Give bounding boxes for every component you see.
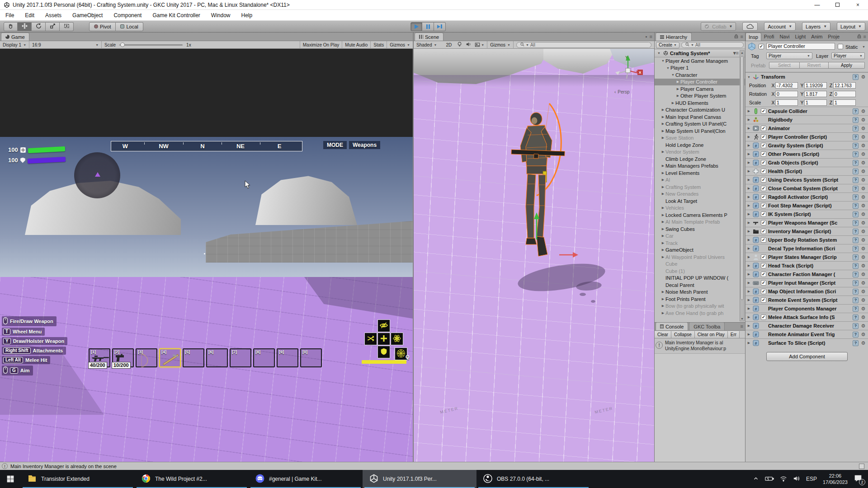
collapsed-arrow-icon[interactable]: ▶ — [747, 298, 751, 302]
minimize-button[interactable]: — — [807, 0, 827, 10]
hierarchy-search-input[interactable]: ▼ All — [681, 42, 744, 48]
component-header[interactable]: ▶#Character Damage Receiver?⚙ — [745, 321, 868, 330]
help-icon[interactable]: ? — [853, 108, 859, 114]
collapsed-arrow-icon[interactable]: ▶ — [747, 169, 751, 173]
step-button[interactable] — [434, 22, 446, 31]
axis-value-field[interactable]: 1.817 — [804, 91, 827, 97]
help-icon[interactable]: ? — [853, 203, 859, 209]
x-axis-arrow[interactable] — [559, 251, 578, 259]
collapsed-arrow-icon[interactable]: ▶ — [660, 178, 665, 182]
scene-search-input[interactable]: ▼ All — [516, 42, 651, 48]
help-icon[interactable]: ? — [853, 237, 859, 243]
scrollbar-thumb[interactable] — [741, 56, 744, 300]
wifi-icon[interactable] — [780, 476, 787, 483]
gear-icon[interactable]: ⚙ — [860, 74, 866, 80]
collapsed-arrow-icon[interactable]: ▶ — [747, 127, 751, 130]
gear-icon[interactable]: ⚙ — [860, 229, 866, 235]
hierarchy-item[interactable]: ▶Main Input Panel Canvas — [655, 113, 745, 121]
collapsed-arrow-icon[interactable]: ▶ — [747, 109, 751, 113]
hierarchy-item[interactable]: ▶Axe One Hand (to grab ph — [655, 310, 745, 317]
gear-icon[interactable]: ⚙ — [860, 280, 866, 286]
active-checkbox[interactable]: ✓ — [759, 44, 764, 49]
axis-value-field[interactable]: 0 — [775, 91, 798, 97]
component-header[interactable]: ▶#Player Components Manager?⚙ — [745, 304, 868, 313]
help-icon[interactable]: ? — [853, 289, 859, 295]
hotbar-slot[interactable]: [6] — [206, 348, 228, 367]
mute-audio-toggle[interactable]: Mute Audio — [342, 41, 371, 49]
gear-icon[interactable]: ⚙ — [860, 263, 866, 269]
hierarchy-item[interactable]: Look At Target — [655, 197, 745, 205]
lock-icon[interactable] — [734, 34, 738, 39]
help-icon[interactable]: ? — [853, 177, 859, 183]
collab-dropdown[interactable]: Collab▼ — [701, 22, 736, 31]
gear-icon[interactable]: ⚙ — [860, 340, 866, 346]
collapsed-arrow-icon[interactable]: ▶ — [675, 87, 680, 91]
gear-icon[interactable]: ⚙ — [860, 126, 866, 131]
collapsed-arrow-icon[interactable]: ▶ — [747, 264, 751, 267]
tab-proje[interactable]: Proje — [825, 33, 842, 41]
stats-toggle[interactable]: Stats — [371, 41, 387, 49]
help-icon[interactable]: ? — [853, 263, 859, 269]
pivot-toggle[interactable]: Pivot — [89, 22, 116, 31]
hotbar-slot[interactable]: [0] — [300, 348, 322, 367]
component-enabled-checkbox[interactable]: ✓ — [761, 177, 766, 183]
collapsed-arrow-icon[interactable]: ▶ — [660, 136, 665, 140]
collapsed-arrow-icon[interactable]: ▶ — [670, 101, 675, 105]
component-enabled-checkbox[interactable]: ✓ — [761, 126, 766, 131]
prefab-select-button[interactable]: Select — [769, 62, 800, 69]
cloud-button[interactable] — [742, 22, 758, 31]
gear-icon[interactable]: ⚙ — [860, 134, 866, 140]
collapsed-arrow-icon[interactable]: ▶ — [747, 272, 751, 276]
component-header[interactable]: ▶#Remote Animator Event Trig?⚙ — [745, 330, 868, 338]
panel-menu-icon[interactable]: ≡ — [650, 34, 652, 39]
component-header[interactable]: ▶#✓Ragdoll Activator (Script)?⚙ — [745, 192, 868, 201]
hierarchy-item[interactable]: ▶Main Managers Prefabs — [655, 163, 745, 170]
component-enabled-checkbox[interactable]: ✓ — [761, 169, 766, 174]
hotbar-slot[interactable]: [1]40/200 — [89, 348, 110, 367]
axis-value-field[interactable]: -7.4302 — [775, 82, 798, 89]
collapsed-arrow-icon[interactable]: ▶ — [660, 150, 665, 154]
gear-icon[interactable]: ⚙ — [860, 177, 866, 183]
panel-lock-icon[interactable]: ▪ — [646, 34, 647, 39]
lighting-toggle-icon[interactable] — [457, 42, 462, 48]
tab-insp[interactable]: Insp — [745, 33, 761, 41]
axis-value-field[interactable]: 1 — [833, 99, 856, 106]
tab-navi[interactable]: Navi — [777, 33, 792, 41]
help-icon[interactable]: ? — [853, 211, 859, 217]
axis-gizmo[interactable]: Y X — [613, 52, 643, 84]
scene-header-row[interactable]: ▼ Crafting System* ▾≡ — [655, 49, 745, 57]
hotbar-slot[interactable]: [9] — [277, 348, 298, 367]
hierarchy-item[interactable]: ▶Track — [655, 239, 745, 247]
console-clear-on-play-button[interactable]: Clear on Play — [695, 331, 728, 338]
hierarchy-item[interactable]: Climb Ledge Zone — [655, 155, 745, 163]
taskbar-item-folder[interactable]: Transistor Extended — [21, 470, 135, 488]
component-enabled-checkbox[interactable]: ✓ — [761, 280, 766, 286]
tab-gkc-toolbar[interactable]: GKC Toolba — [689, 322, 725, 330]
collapsed-arrow-icon[interactable]: ▶ — [675, 94, 680, 98]
tag-dropdown[interactable]: Player▼ — [766, 52, 812, 59]
collapsed-arrow-icon[interactable]: ▶ — [660, 220, 665, 224]
axis-value-field[interactable]: 12.1763 — [833, 82, 856, 89]
hierarchy-item[interactable]: ▶Level Elements — [655, 169, 745, 177]
menu-window[interactable]: Window — [211, 12, 231, 19]
close-button[interactable]: × — [848, 0, 868, 10]
tab-profi[interactable]: Profi — [761, 33, 777, 41]
collapsed-arrow-icon[interactable]: ▶ — [660, 241, 665, 245]
hierarchy-item[interactable]: ▼Player And Game Managem — [655, 57, 745, 65]
tab-game[interactable]: Game — [1, 33, 29, 41]
help-icon[interactable]: ? — [853, 186, 859, 192]
component-header[interactable]: ▶✓Player Controller (Script)?⚙ — [745, 132, 868, 141]
collapsed-arrow-icon[interactable]: ▶ — [747, 290, 751, 293]
component-enabled-checkbox[interactable]: ✓ — [761, 134, 766, 140]
hierarchy-item[interactable]: ▶AI — [655, 177, 745, 184]
component-enabled-checkbox[interactable]: ✓ — [761, 186, 766, 191]
gear-icon[interactable]: ⚙ — [860, 332, 866, 338]
chevron-up-icon[interactable] — [753, 475, 759, 483]
hierarchy-item[interactable]: ▶Map System UI Panel(Clon — [655, 127, 745, 135]
hierarchy-item[interactable]: Cube — [655, 261, 745, 268]
help-icon[interactable]: ? — [853, 194, 859, 200]
scene-gizmos-dropdown[interactable]: Gizmos▼ — [487, 41, 514, 49]
collapsed-arrow-icon[interactable]: ▶ — [747, 135, 751, 139]
component-enabled-checkbox[interactable]: ✓ — [761, 263, 766, 268]
component-enabled-checkbox[interactable]: ✓ — [761, 220, 766, 225]
